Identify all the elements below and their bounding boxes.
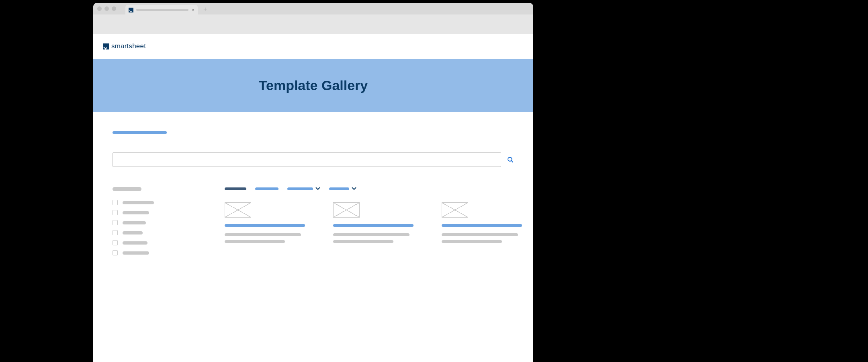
template-thumbnail [442, 202, 468, 218]
window-dot-close[interactable] [97, 6, 102, 11]
template-card[interactable] [225, 202, 305, 247]
sidebar-item[interactable] [113, 220, 196, 225]
template-title [225, 224, 305, 227]
svg-line-1 [511, 160, 513, 162]
chevron-down-icon [352, 187, 356, 190]
filter-label [255, 187, 278, 190]
search-icon[interactable] [507, 156, 514, 163]
sidebar-item[interactable] [113, 250, 196, 255]
template-description-line [442, 240, 502, 243]
sidebar-item-label [123, 241, 147, 245]
chevron-down-icon [315, 187, 320, 190]
sidebar-item-label [123, 211, 149, 214]
template-title [333, 224, 414, 227]
sidebar-item[interactable] [113, 200, 196, 205]
template-card[interactable] [333, 202, 414, 247]
page-title: Template Gallery [259, 78, 368, 93]
sidebar-item-label [123, 231, 143, 234]
sidebar-item-label [123, 221, 146, 224]
tab-favicon-icon [129, 8, 133, 12]
sidebar-item[interactable] [113, 230, 196, 235]
new-tab-icon[interactable]: + [203, 6, 207, 12]
brand-mark-icon [103, 43, 109, 49]
search-input[interactable] [113, 152, 501, 167]
template-description-line [225, 240, 285, 243]
window-dot-zoom[interactable] [112, 6, 116, 11]
sidebar-item[interactable] [113, 240, 196, 245]
checkbox-icon[interactable] [113, 240, 118, 245]
filter-label [225, 187, 246, 190]
brand-name: smartsheet [111, 42, 146, 50]
browser-window: × + smartsheet Template Gallery [93, 3, 533, 362]
filter-pill[interactable] [287, 187, 320, 190]
main-content [206, 187, 522, 260]
brand-header: smartsheet [93, 34, 533, 59]
template-title [442, 224, 522, 227]
browser-tab[interactable]: × [125, 5, 198, 15]
search-row [113, 152, 514, 167]
filter-pill[interactable] [255, 187, 278, 190]
tab-title [136, 9, 188, 11]
window-dot-minimize[interactable] [104, 6, 109, 11]
filter-pill[interactable] [225, 187, 246, 190]
filter-row [225, 187, 522, 190]
template-description-line [225, 233, 301, 236]
filter-pill[interactable] [329, 187, 356, 190]
sidebar-item-label [123, 251, 149, 255]
template-description-line [333, 240, 393, 243]
template-description-line [333, 233, 409, 236]
filter-sidebar [113, 187, 206, 260]
browser-toolbar [93, 14, 533, 34]
template-thumbnail [333, 202, 360, 218]
breadcrumb[interactable] [113, 131, 167, 134]
page: smartsheet Template Gallery [93, 34, 533, 362]
checkbox-icon[interactable] [113, 220, 118, 225]
sidebar-heading [113, 187, 141, 191]
browser-chrome: × + [93, 3, 533, 14]
brand-logo[interactable]: smartsheet [103, 42, 146, 50]
sidebar-item-label [123, 201, 154, 204]
checkbox-icon[interactable] [113, 200, 118, 205]
template-description-line [442, 233, 518, 236]
template-cards [225, 202, 522, 247]
checkbox-icon[interactable] [113, 230, 118, 235]
template-card[interactable] [442, 202, 522, 247]
checkbox-icon[interactable] [113, 210, 118, 215]
template-thumbnail [225, 202, 251, 218]
sidebar-item[interactable] [113, 210, 196, 215]
hero-banner: Template Gallery [93, 59, 533, 112]
filter-label [287, 187, 313, 190]
tab-close-icon[interactable]: × [192, 8, 194, 12]
filter-label [329, 187, 349, 190]
checkbox-icon[interactable] [113, 250, 118, 255]
